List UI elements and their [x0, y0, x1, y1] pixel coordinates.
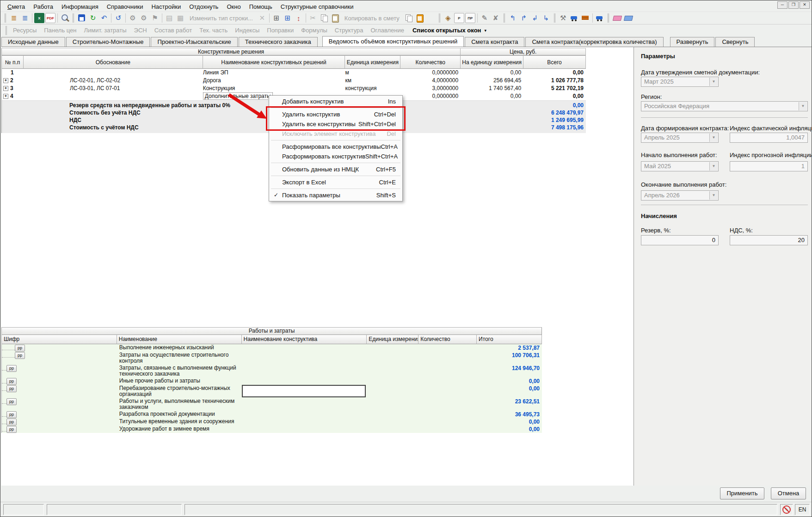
restore-button[interactable]: ❐: [788, 1, 799, 9]
menu-item-3[interactable]: Информация: [57, 2, 103, 12]
context-menu-item-1[interactable]: Добавить конструктивIns: [270, 97, 401, 106]
menu-item-1[interactable]: Смета: [3, 2, 29, 12]
works-constructive-cell[interactable]: [242, 365, 367, 377]
tab-3[interactable]: Проектно-Изыскательские: [151, 37, 237, 47]
name-cell[interactable]: Конструкция: [203, 85, 345, 92]
works-column-header-1[interactable]: Шифр: [2, 335, 117, 344]
close-button[interactable]: ✕: [800, 1, 810, 9]
works-row[interactable]: ррЗатраты на осуществление строительного…: [2, 352, 542, 365]
expand-all-button[interactable]: Развернуть: [670, 37, 715, 47]
norm-base-icon[interactable]: ◈: [443, 13, 453, 23]
chevron-down-icon[interactable]: ▼: [709, 134, 718, 142]
tab-6[interactable]: Смета контракта: [465, 37, 524, 47]
works-row[interactable]: ррВыполнение инженерных изысканий2 537,8…: [2, 344, 542, 352]
name-cell[interactable]: Линия ЭП: [203, 69, 345, 77]
cancel-button[interactable]: Отмена: [771, 487, 806, 499]
works-constructive-cell[interactable]: [242, 385, 367, 398]
context-menu-item-9[interactable]: ✓Показать параметрыShift+S: [270, 190, 401, 200]
context-menu-item-5[interactable]: Расформировать все конструктивыCtrl+A: [270, 142, 401, 152]
indent-last-icon[interactable]: ↳: [541, 13, 551, 23]
search-icon[interactable]: [60, 13, 70, 23]
work-start-combo[interactable]: Май 2025 ▼: [641, 161, 719, 171]
apply-button[interactable]: Применить: [720, 487, 764, 499]
estimate-book-icon[interactable]: [612, 13, 622, 23]
norm-book-icon[interactable]: [623, 13, 633, 23]
tab-1[interactable]: Исходные данные: [1, 37, 65, 47]
works-column-header-5[interactable]: Количество: [418, 335, 477, 344]
works-icon[interactable]: ⚒: [558, 13, 568, 23]
constructive-name-editor[interactable]: [242, 385, 366, 397]
prices-pr-icon[interactable]: ПР: [465, 13, 475, 23]
works-constructive-cell[interactable]: [242, 411, 367, 418]
chevron-down-icon[interactable]: ▼: [709, 78, 718, 86]
insert-row-icon[interactable]: ⊞: [283, 13, 293, 23]
forecast-inflation-field[interactable]: 1: [730, 161, 808, 171]
menu-item-2[interactable]: Работа: [29, 2, 57, 12]
works-constructive-cell[interactable]: [242, 352, 367, 365]
code-button[interactable]: рр: [6, 378, 17, 385]
chevron-down-icon[interactable]: ▼: [799, 102, 807, 110]
column-header-5[interactable]: Количество: [400, 55, 461, 69]
indent-up-icon[interactable]: ↱: [519, 13, 529, 23]
context-menu-item-8[interactable]: Экспорт в ExcelCtrl+E: [270, 177, 401, 187]
code-button[interactable]: рр: [6, 419, 17, 426]
tab-5[interactable]: Ведомость объёмов конструктивных решений: [322, 36, 464, 47]
refresh-icon[interactable]: ↻: [88, 13, 98, 23]
menu-item-4[interactable]: Справочники: [103, 2, 148, 12]
context-menu-item-6[interactable]: Расформировать конструктивShift+Ctrl+A: [270, 152, 401, 161]
context-menu-item-2[interactable]: Удалить конструктивCtrl+Del: [270, 109, 401, 119]
code-button[interactable]: рр: [6, 426, 17, 433]
expand-icon[interactable]: +: [3, 86, 8, 91]
tree-format-icon[interactable]: ✎: [480, 13, 490, 23]
approval-date-combo[interactable]: Март 2025 ▼: [641, 77, 719, 87]
tab-4[interactable]: Технического заказчика: [239, 37, 318, 47]
expand-icon[interactable]: +: [3, 78, 8, 83]
works-row[interactable]: ррИные прочие работы и затраты0,00: [2, 377, 542, 385]
chevron-down-icon[interactable]: ▼: [709, 191, 718, 200]
indent-first-icon[interactable]: ↰: [508, 13, 518, 23]
calculator-icon[interactable]: ⊞: [271, 13, 282, 23]
reserve-field[interactable]: 0: [641, 235, 719, 245]
table-row[interactable]: 1Линия ЭПм0,00000000,000,00: [2, 69, 586, 77]
comment-flag-icon[interactable]: ⚑: [150, 13, 160, 23]
tab-7[interactable]: Смета контракта(корректировка количества…: [525, 37, 663, 47]
row-wizard-icon[interactable]: ⚙: [128, 13, 138, 23]
works-column-header-2[interactable]: Наименование: [117, 335, 242, 344]
works-row[interactable]: ррРазработка проектной документации36 49…: [2, 411, 542, 418]
works-row[interactable]: ррТитульные временные здания и сооружени…: [2, 418, 542, 426]
expand-icon[interactable]: +: [3, 94, 8, 99]
tab-2[interactable]: Строительно-Монтажные: [66, 37, 150, 47]
column-header-7[interactable]: Всего: [523, 55, 586, 69]
menu-item-8[interactable]: Помощь: [245, 2, 277, 12]
materials-icon[interactable]: [580, 13, 591, 23]
collapse-all-button[interactable]: Свернуть: [715, 37, 755, 47]
works-constructive-cell[interactable]: [242, 418, 367, 426]
context-menu-item-3[interactable]: Удалить все конструктивыShift+Ctrl+Del: [270, 119, 401, 129]
region-combo[interactable]: Российская Федерация ▼: [641, 101, 808, 111]
works-constructive-cell[interactable]: [242, 344, 367, 352]
code-button[interactable]: рр: [15, 352, 25, 359]
copy-special-icon[interactable]: [404, 13, 414, 23]
table-row[interactable]: +3ЛС-03-01, ЛС 07-01Конструкцияконструкц…: [2, 85, 586, 92]
chevron-down-icon[interactable]: ▼: [709, 162, 718, 170]
work-end-combo[interactable]: Апрель 2026 ▼: [641, 190, 719, 201]
works-constructive-cell[interactable]: [242, 398, 367, 411]
objects-tree-icon[interactable]: ≣: [9, 13, 19, 23]
works-row[interactable]: ррРаботы и услуги, выполняемые техническ…: [2, 398, 542, 411]
actual-inflation-field[interactable]: 1,0047: [730, 133, 808, 143]
name-cell[interactable]: Дорога: [203, 77, 345, 85]
row-wizard-alt-icon[interactable]: ⚙: [139, 13, 149, 23]
recalc-icon[interactable]: ↺: [113, 13, 123, 23]
minimize-button[interactable]: ─: [777, 1, 787, 9]
paste-icon[interactable]: [330, 13, 340, 23]
export-excel-icon[interactable]: X: [34, 13, 44, 23]
undo-icon[interactable]: ↶: [99, 13, 109, 23]
code-button[interactable]: рр: [6, 385, 17, 392]
works-constructive-cell[interactable]: [242, 377, 367, 385]
code-button[interactable]: рр: [15, 345, 25, 352]
save-icon[interactable]: [77, 13, 87, 23]
code-button[interactable]: рр: [6, 398, 17, 405]
works-row[interactable]: ррЗатраты, связанные с выполнением функц…: [2, 365, 542, 377]
works-column-header-4[interactable]: Единица измерения: [367, 335, 418, 344]
delivery-icon[interactable]: [595, 13, 605, 23]
